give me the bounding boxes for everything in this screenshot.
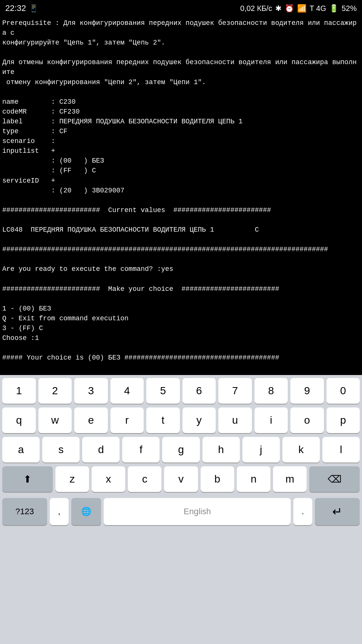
keyboard: 1234567890 qwertyuiop asdfghjkl ⬆ zxcvbn… (0, 375, 362, 644)
key-t[interactable]: t (146, 407, 180, 433)
status-left: 22:32 📱 (5, 3, 38, 13)
key-o[interactable]: o (290, 407, 324, 433)
keyboard-bottom-bar: ?123,🌐English.↵ (0, 496, 362, 527)
key-6[interactable]: 6 (183, 378, 216, 404)
globe-key[interactable]: 🌐 (71, 498, 101, 525)
battery-level: 52% (342, 4, 357, 13)
terminal-output: Prerequisite : Для конфигурирования пере… (0, 17, 362, 375)
key-g[interactable]: g (162, 437, 199, 463)
keyboard-row-qwerty: qwertyuiop (0, 407, 362, 433)
key-d[interactable]: d (82, 437, 120, 463)
carrier: T 4G (310, 4, 326, 13)
symbols-key[interactable]: ?123 (2, 498, 47, 525)
key-e[interactable]: e (74, 407, 108, 433)
time: 22:32 (5, 3, 26, 13)
comma-key[interactable]: , (50, 498, 69, 525)
key-a[interactable]: a (2, 437, 40, 463)
key-c[interactable]: c (128, 466, 161, 492)
key-m[interactable]: m (273, 466, 307, 492)
key-0[interactable]: 0 (327, 378, 360, 404)
key-z[interactable]: z (55, 466, 89, 492)
key-5[interactable]: 5 (146, 378, 180, 404)
key-f[interactable]: f (122, 437, 160, 463)
period-key[interactable]: . (293, 498, 312, 525)
status-bar: 22:32 📱 0,02 КБ/с ✱ ⏰ 📶 T 4G 🔋 52% (0, 0, 362, 17)
keyboard-row-asdf: asdfghjkl (0, 437, 362, 463)
key-8[interactable]: 8 (255, 378, 288, 404)
app-icon: 📱 (29, 4, 38, 13)
key-i[interactable]: i (255, 407, 288, 433)
key-1[interactable]: 1 (2, 378, 36, 404)
key-4[interactable]: 4 (110, 378, 144, 404)
key-j[interactable]: j (242, 437, 280, 463)
key-y[interactable]: y (183, 407, 216, 433)
keyboard-row-numbers: 1234567890 (0, 378, 362, 404)
key-v[interactable]: v (164, 466, 198, 492)
key-n[interactable]: n (237, 466, 270, 492)
key-s[interactable]: s (42, 437, 80, 463)
enter-key[interactable]: ↵ (315, 498, 360, 525)
battery-icon: 🔋 (329, 4, 339, 13)
key-h[interactable]: h (202, 437, 240, 463)
signal-icon: 📶 (297, 4, 307, 13)
key-p[interactable]: p (327, 407, 360, 433)
bluetooth-icon: ✱ (275, 4, 282, 13)
key-k[interactable]: k (282, 437, 320, 463)
key-b[interactable]: b (201, 466, 234, 492)
key-r[interactable]: r (110, 407, 144, 433)
backspace-key[interactable]: ⌫ (309, 466, 360, 492)
key-u[interactable]: u (218, 407, 252, 433)
network-speed: 0,02 КБ/с (240, 4, 272, 13)
key-9[interactable]: 9 (290, 378, 324, 404)
key-x[interactable]: x (92, 466, 125, 492)
keyboard-row-zxcv: ⬆ zxcvbnm⌫ (0, 466, 362, 492)
key-3[interactable]: 3 (74, 378, 108, 404)
status-right: 0,02 КБ/с ✱ ⏰ 📶 T 4G 🔋 52% (240, 4, 357, 13)
alarm-icon: ⏰ (285, 4, 294, 13)
key-w[interactable]: w (38, 407, 72, 433)
space-key[interactable]: English (104, 498, 291, 525)
key-2[interactable]: 2 (38, 378, 72, 404)
key-l[interactable]: l (322, 437, 360, 463)
key-7[interactable]: 7 (218, 378, 252, 404)
shift-key[interactable]: ⬆ (2, 466, 53, 492)
key-q[interactable]: q (2, 407, 36, 433)
